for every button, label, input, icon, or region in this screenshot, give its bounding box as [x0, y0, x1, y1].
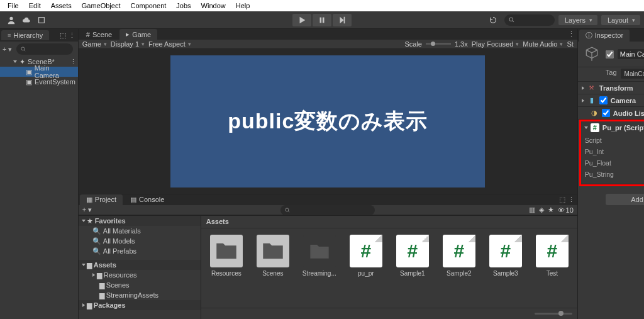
hierarchy-event-system[interactable]: ▣ EventSystem: [0, 77, 78, 87]
filter-save-icon[interactable]: ★: [548, 206, 554, 214]
script-highlight: # Pu_pr (Script) ❔ ⇄ ⋮ Script pu_pr Pu_I…: [579, 120, 644, 186]
menu-jobs[interactable]: Jobs: [171, 1, 196, 10]
asset-test[interactable]: #Test: [535, 235, 570, 277]
layout-dropdown[interactable]: Layout: [601, 15, 640, 25]
game-dropdown[interactable]: Game: [82, 40, 107, 48]
expand-icon[interactable]: [582, 99, 584, 103]
fav-all-models[interactable]: 🔍All Models: [79, 236, 201, 246]
menu-edit[interactable]: Edit: [24, 1, 46, 10]
scale-slider[interactable]: [426, 43, 451, 45]
hierarchy-search[interactable]: [16, 43, 72, 55]
mute-toggle[interactable]: Mute Audio: [523, 40, 563, 48]
camera-enabled-checkbox[interactable]: [599, 96, 608, 104]
audio-enabled-checkbox[interactable]: [602, 109, 610, 117]
inspector-header: Main Camera Static▾: [578, 42, 644, 67]
scene-tab[interactable]: #Scene: [80, 30, 118, 40]
filter-type-icon[interactable]: ▥: [529, 206, 535, 214]
layers-dropdown[interactable]: Layers: [558, 15, 597, 25]
stats-toggle[interactable]: St: [567, 40, 573, 48]
folder-resources[interactable]: ▆Resources: [79, 270, 201, 280]
project-tree: ★Favorites 🔍All Materials 🔍All Models 🔍A…: [79, 216, 201, 319]
menu-window[interactable]: Window: [196, 1, 231, 10]
project-menu-icon[interactable]: ⋮: [568, 196, 574, 204]
gameobject-active-checkbox[interactable]: [606, 50, 614, 59]
folder-streaming[interactable]: ▆StreamingAssets: [79, 290, 201, 300]
scale-label: Scale: [404, 40, 422, 48]
cloud-icon[interactable]: [19, 14, 34, 26]
project-create-icon[interactable]: + ▾: [82, 206, 92, 214]
audio-listener-header[interactable]: ◑ Audio Listener ❔ ⇄ ⋮: [578, 107, 644, 119]
asset-scenes[interactable]: Scenes: [255, 235, 291, 277]
assets-breadcrumb[interactable]: Assets: [201, 216, 577, 228]
svg-rect-2: [320, 17, 322, 23]
audio-listener-component: ◑ Audio Listener ❔ ⇄ ⋮: [578, 107, 644, 120]
script-icon: #: [591, 123, 599, 132]
main-toolbar: Layers Layout: [0, 11, 644, 29]
pause-button[interactable]: [313, 14, 331, 26]
transform-header[interactable]: ⤧ Transform ❔ ⇄ ⋮: [578, 82, 644, 94]
expand-icon[interactable]: [584, 126, 588, 129]
asset-streaming[interactable]: Streaming...: [302, 235, 337, 277]
thumbnail-size-slider[interactable]: [535, 313, 572, 315]
game-view: public変数のみ表示: [79, 49, 577, 194]
project-tabbar: ▦Project ▤Console ⬚ ⋮: [79, 194, 577, 205]
project-tab[interactable]: ▦Project: [80, 194, 123, 205]
hierarchy-tab[interactable]: ≡Hierarchy: [1, 30, 49, 40]
play-controls: [292, 14, 352, 26]
asset-sample1[interactable]: #Sample1: [395, 235, 430, 277]
hierarchy-main-camera[interactable]: ▣ Main Camera: [0, 67, 78, 77]
pupr-header[interactable]: # Pu_pr (Script) ❔ ⇄ ⋮: [581, 121, 644, 133]
menu-component[interactable]: Component: [125, 1, 171, 10]
package-icon[interactable]: [34, 14, 49, 26]
fav-all-materials[interactable]: 🔍All Materials: [79, 226, 201, 236]
camera-header[interactable]: ▮ Camera ❔ ⇄ ⋮: [578, 94, 644, 106]
menu-file[interactable]: File: [3, 1, 24, 10]
camera-icon: ▣: [25, 68, 33, 76]
gameobject-cube-icon[interactable]: [582, 44, 602, 64]
aspect-dropdown[interactable]: Free Aspect: [148, 40, 191, 48]
asset-sample3[interactable]: #Sample3: [488, 235, 523, 277]
center-menu-icon[interactable]: ⋮: [568, 30, 574, 38]
tag-label: Tag: [606, 69, 617, 79]
inspector-tab[interactable]: ⓘInspector: [579, 30, 630, 42]
svg-rect-4: [344, 16, 345, 23]
hidden-count[interactable]: 👁10: [558, 206, 574, 214]
display-dropdown[interactable]: Display 1: [111, 40, 145, 48]
folder-scenes[interactable]: ▆Scenes: [79, 280, 201, 290]
step-button[interactable]: [333, 14, 352, 26]
add-component-button[interactable]: Add Component: [606, 194, 644, 205]
scale-value: 1.3x: [455, 40, 468, 48]
project-lock-icon[interactable]: ⬚: [559, 196, 565, 204]
game-tab[interactable]: ▸Game: [119, 29, 157, 40]
account-icon[interactable]: [4, 14, 19, 26]
canvas-text: public変数のみ表示: [228, 107, 428, 136]
gameobject-icon: ▣: [25, 78, 33, 86]
asset-resources[interactable]: Resources: [209, 235, 244, 277]
expand-icon[interactable]: [13, 60, 17, 63]
project-search[interactable]: [280, 205, 375, 215]
asset-sample2[interactable]: #Sample2: [441, 235, 477, 277]
global-search[interactable]: [504, 14, 555, 26]
tag-dropdown[interactable]: MainCamera: [621, 69, 644, 79]
play-button[interactable]: [292, 14, 311, 26]
lock-icon[interactable]: ⬚: [60, 31, 66, 40]
svg-point-5: [509, 18, 513, 21]
assets-header[interactable]: ▆Assets: [79, 260, 201, 270]
expand-icon[interactable]: [582, 86, 584, 90]
console-tab[interactable]: ▤Console: [124, 194, 170, 205]
packages-header[interactable]: ▆Packages: [79, 300, 201, 310]
svg-point-7: [286, 208, 289, 211]
menu-assets[interactable]: Assets: [46, 1, 77, 10]
filter-label-icon[interactable]: ◈: [539, 206, 544, 214]
create-dropdown-icon[interactable]: + ▾: [3, 45, 12, 53]
asset-pu-pr[interactable]: #pu_pr: [348, 235, 384, 277]
undo-history-icon[interactable]: [486, 14, 501, 26]
menu-gameobject[interactable]: GameObject: [77, 1, 126, 10]
hierarchy-menu-icon[interactable]: ⋮: [69, 31, 74, 40]
transform-icon: ⤧: [587, 84, 596, 92]
favorites-header[interactable]: ★Favorites: [79, 216, 201, 226]
play-focused-dropdown[interactable]: Play Focused: [472, 40, 519, 48]
fav-all-prefabs[interactable]: 🔍All Prefabs: [79, 246, 201, 256]
menu-help[interactable]: Help: [231, 1, 255, 10]
gameobject-name-field[interactable]: Main Camera: [618, 49, 644, 59]
